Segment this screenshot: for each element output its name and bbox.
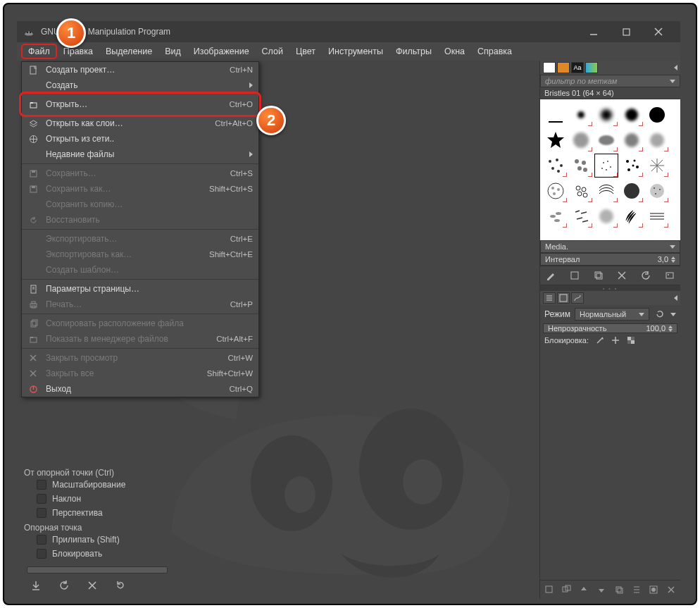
media-select[interactable]: Media. [540, 240, 680, 253]
menu-item[interactable]: Параметры страницы… [22, 281, 258, 297]
menu-help[interactable]: Справка [471, 44, 518, 59]
layers-list[interactable] [540, 347, 680, 580]
reset-preset-icon[interactable] [114, 579, 127, 592]
page-icon [27, 283, 39, 294]
delete-preset-icon[interactable] [86, 579, 99, 592]
menu-item[interactable]: Открыть как слои…Ctrl+Alt+O [22, 116, 258, 131]
tab-history-icon[interactable] [585, 62, 598, 73]
menu-color[interactable]: Цвет [289, 44, 322, 59]
duplicate-layer-icon[interactable] [613, 583, 625, 596]
svg-point-34 [610, 166, 611, 168]
menu-item[interactable]: Недавние файлы [22, 147, 258, 162]
restore-preset-icon[interactable] [58, 579, 70, 592]
checkbox-icon[interactable] [37, 535, 46, 545]
menu-file[interactable]: Файл [21, 44, 57, 59]
svg-point-35 [601, 168, 603, 169]
delete-layer-icon[interactable] [665, 583, 677, 596]
checkbox-icon[interactable] [37, 480, 46, 490]
lower-layer-icon[interactable] [595, 583, 608, 596]
checkbox-icon[interactable] [37, 494, 46, 504]
menu-layer[interactable]: Слой [256, 44, 289, 59]
svg-point-22 [650, 133, 664, 147]
tab-channels-icon[interactable] [557, 292, 570, 304]
dock-menu-icon[interactable] [674, 65, 677, 70]
opt-perspective[interactable]: Перспектива [24, 506, 172, 520]
svg-point-38 [634, 160, 636, 162]
refresh-brush-icon[interactable] [639, 269, 652, 282]
menu-image[interactable]: Изображение [187, 44, 256, 59]
svg-point-58 [655, 193, 656, 194]
menu-item[interactable]: Открыть…Ctrl+O [22, 93, 258, 116]
open-as-image-icon[interactable] [663, 269, 676, 282]
svg-rect-80 [560, 294, 567, 302]
svg-point-56 [654, 187, 655, 189]
mode-reset-icon[interactable] [654, 308, 666, 321]
quit-icon [27, 383, 39, 395]
tab-brushes-icon[interactable] [543, 62, 556, 73]
menu-item: Сохранить как…Shift+Ctrl+S [22, 181, 258, 197]
chevron-down-icon [670, 80, 675, 83]
brush-filter-input[interactable]: фильтр по меткам [540, 75, 680, 87]
menu-filters[interactable]: Фильтры [389, 44, 438, 59]
lock-alpha-icon[interactable] [627, 336, 635, 345]
maximize-button[interactable] [610, 21, 642, 42]
checkbox-icon[interactable] [37, 508, 46, 518]
new-group-icon[interactable] [561, 583, 573, 596]
print-icon [27, 299, 39, 310]
svg-point-31 [583, 168, 587, 172]
merge-layer-icon[interactable] [630, 583, 643, 596]
opt-scale[interactable]: Масштабирование [24, 478, 172, 492]
spinner-icon[interactable] [668, 325, 673, 332]
tab-paths-icon[interactable] [571, 292, 584, 304]
brush-grid[interactable] [540, 99, 680, 240]
raise-layer-icon[interactable] [577, 583, 590, 596]
tab-fonts-icon[interactable]: Aa [571, 62, 584, 73]
tab-layers-icon[interactable] [543, 292, 556, 304]
menu-item[interactable]: Создать [22, 77, 258, 93]
new-brush-icon[interactable] [568, 269, 581, 282]
minimize-button[interactable] [577, 21, 610, 42]
menu-view[interactable]: Вид [158, 44, 187, 59]
new-layer-icon[interactable] [543, 583, 556, 596]
opt-shear[interactable]: Наклон [24, 492, 172, 506]
mode-select[interactable]: Нормальный [575, 308, 649, 321]
svg-point-0 [27, 32, 28, 33]
checkbox-icon[interactable] [37, 549, 46, 559]
dock-menu-icon[interactable] [674, 295, 677, 301]
close-button[interactable] [642, 21, 675, 42]
menu-windows[interactable]: Окна [438, 44, 471, 59]
lock-position-icon[interactable] [611, 336, 620, 345]
duplicate-brush-icon[interactable] [592, 269, 605, 282]
menu-item[interactable]: Создать проект…Ctrl+N [22, 62, 258, 77]
svg-point-50 [576, 186, 580, 190]
svg-point-54 [624, 183, 639, 199]
svg-point-16 [625, 108, 638, 121]
lock-pixels-icon[interactable] [596, 336, 604, 345]
delete-brush-icon[interactable] [615, 269, 628, 282]
mask-layer-icon[interactable] [647, 583, 660, 596]
svg-rect-75 [666, 273, 673, 278]
svg-rect-110 [30, 337, 37, 342]
chevron-down-icon[interactable] [670, 313, 676, 316]
save-preset-icon[interactable] [30, 579, 42, 592]
titlebar: GNU Image Manipulation Program [17, 21, 680, 42]
svg-point-15 [601, 109, 612, 120]
menu-item: Закрыть просмотрCtrl+W [22, 350, 258, 366]
scrollbar[interactable] [27, 566, 168, 573]
opt-snap[interactable]: Прилипать (Shift) [24, 533, 172, 547]
svg-point-33 [607, 161, 608, 162]
opt-lock[interactable]: Блокировать [24, 547, 172, 561]
opacity-slider[interactable]: Непрозрачность 100,0 [543, 323, 677, 333]
menu-select[interactable]: Выделение [99, 44, 158, 59]
menu-item[interactable]: Открыть из сети.. [22, 131, 258, 147]
edit-brush-icon[interactable] [544, 269, 557, 282]
interval-spin[interactable]: Интервал3,0 [540, 253, 680, 266]
menu-item[interactable]: ВыходCtrl+Q [22, 381, 258, 397]
tab-patterns-icon[interactable] [557, 62, 570, 73]
svg-point-37 [626, 160, 629, 163]
svg-rect-101 [32, 186, 35, 188]
menu-tools[interactable]: Инструменты [322, 44, 389, 59]
callout-badge-2: 2 [256, 106, 286, 135]
blank-icon [27, 264, 39, 275]
dock-grip-icon[interactable]: • • • [540, 285, 680, 291]
